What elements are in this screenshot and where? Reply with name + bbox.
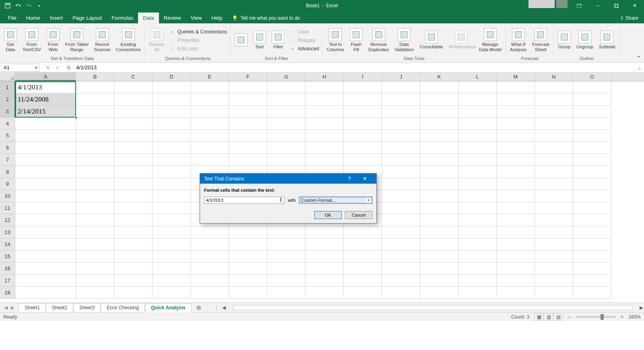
cell-B8[interactable] <box>76 166 114 178</box>
cell-K16[interactable] <box>420 263 458 275</box>
ribbon-ungroup[interactable]: Ungroup <box>574 30 596 50</box>
ribbon-get-data[interactable]: GetData <box>2 27 19 53</box>
cell-N14[interactable] <box>535 238 573 251</box>
cell-G2[interactable] <box>267 93 305 106</box>
cell-E13[interactable] <box>191 226 229 238</box>
cell-C13[interactable] <box>114 226 153 238</box>
cell-M1[interactable] <box>497 81 535 93</box>
formula-input[interactable]: 4/1/2013 <box>73 64 635 70</box>
cell-K8[interactable] <box>420 166 458 178</box>
dialog-title-bar[interactable]: Text That Contains ? ✕ <box>200 174 376 184</box>
cell-J14[interactable] <box>382 238 420 251</box>
cell-K3[interactable] <box>420 106 458 118</box>
cell-G14[interactable] <box>267 238 305 251</box>
cell-N4[interactable] <box>535 118 573 130</box>
cell-C17[interactable] <box>114 275 153 287</box>
column-header-I[interactable]: I <box>344 72 382 81</box>
cell-M18[interactable] <box>497 287 535 299</box>
cell-J13[interactable] <box>382 226 420 238</box>
sheet-nav-prev-icon[interactable]: ◀ <box>4 305 8 311</box>
cell-A14[interactable] <box>15 238 76 251</box>
cell-K5[interactable] <box>420 130 458 142</box>
column-header-A[interactable]: A <box>15 72 76 81</box>
cell-M2[interactable] <box>497 93 535 106</box>
cell-J10[interactable] <box>382 190 420 202</box>
cell-J2[interactable] <box>382 93 420 106</box>
cell-F3[interactable] <box>229 106 267 118</box>
cell-H1[interactable] <box>305 81 344 93</box>
ribbon-edit-links[interactable]: ▫Edit Links <box>168 45 229 53</box>
cell-B12[interactable] <box>76 214 114 226</box>
cell-H17[interactable] <box>305 275 344 287</box>
cell-D12[interactable] <box>153 214 191 226</box>
cell-J9[interactable] <box>382 178 420 190</box>
cell-M12[interactable] <box>497 214 535 226</box>
cell-M16[interactable] <box>497 263 535 275</box>
ribbon-queries-connections[interactable]: ▫Queries & Connections <box>168 28 229 36</box>
zoom-out-icon[interactable]: − <box>568 314 571 320</box>
cell-L3[interactable] <box>458 106 497 118</box>
normal-view-icon[interactable]: ▦ <box>534 313 544 321</box>
cell-E3[interactable] <box>191 106 229 118</box>
cell-G5[interactable] <box>267 130 305 142</box>
sheet-tab-error-checking[interactable]: Error Checking <box>101 303 145 312</box>
cell-D14[interactable] <box>153 238 191 251</box>
cell-F6[interactable] <box>229 142 267 154</box>
cell-A11[interactable] <box>15 202 76 214</box>
cell-M17[interactable] <box>497 275 535 287</box>
cell-I4[interactable] <box>344 118 382 130</box>
cell-J18[interactable] <box>382 287 420 299</box>
cell-G18[interactable] <box>267 287 305 299</box>
cell-H18[interactable] <box>305 287 344 299</box>
cell-E7[interactable] <box>191 154 229 166</box>
name-box[interactable]: A1▾ <box>2 64 39 72</box>
cell-L14[interactable] <box>458 238 497 251</box>
cell-C11[interactable] <box>114 202 153 214</box>
row-header-2[interactable]: 2 <box>0 93 15 106</box>
cell-C16[interactable] <box>114 263 153 275</box>
row-header-8[interactable]: 8 <box>0 166 15 178</box>
ribbon-from-table-range[interactable]: From Table/Range <box>63 27 91 53</box>
cell-L16[interactable] <box>458 263 497 275</box>
dialog-help-icon[interactable]: ? <box>342 176 357 182</box>
page-break-view-icon[interactable]: ▤ <box>553 313 563 321</box>
tab-page-layout[interactable]: Page Layout <box>68 12 107 23</box>
ribbon-refresh-all[interactable]: RefreshAll <box>147 27 167 53</box>
tab-file[interactable]: File <box>3 12 21 23</box>
cell-O8[interactable] <box>573 166 611 178</box>
cell-J8[interactable] <box>382 166 420 178</box>
cell-N8[interactable] <box>535 166 573 178</box>
cell-O13[interactable] <box>573 226 611 238</box>
cell-H6[interactable] <box>305 142 344 154</box>
row-header-16[interactable]: 16 <box>0 263 15 275</box>
cell-B4[interactable] <box>76 118 114 130</box>
tab-formulas[interactable]: Formulas <box>107 12 138 23</box>
column-header-O[interactable]: O <box>573 72 611 81</box>
cell-A8[interactable] <box>15 166 76 178</box>
cell-C7[interactable] <box>114 154 153 166</box>
cell-I3[interactable] <box>344 106 382 118</box>
cell-O3[interactable] <box>573 106 611 118</box>
ribbon-existing-connections[interactable]: ExistingConnections <box>114 27 143 53</box>
cancel-formula-icon[interactable]: ✕ <box>43 65 52 70</box>
ribbon-consolidate[interactable]: Consolidate <box>417 30 446 50</box>
hscroll-right-icon[interactable]: ▶ <box>638 305 644 311</box>
cell-J15[interactable] <box>382 251 420 263</box>
cell-I15[interactable] <box>344 251 382 263</box>
cell-I16[interactable] <box>344 263 382 275</box>
column-header-H[interactable]: H <box>305 72 344 81</box>
ribbon-sort-az[interactable] <box>232 33 250 48</box>
cell-K12[interactable] <box>420 214 458 226</box>
cell-C3[interactable] <box>114 106 153 118</box>
ribbon-what-if-analysis[interactable]: What-IfAnalysis <box>508 27 529 53</box>
column-header-M[interactable]: M <box>497 72 535 81</box>
cell-N11[interactable] <box>535 202 573 214</box>
dialog-close-icon[interactable]: ✕ <box>357 176 372 182</box>
cell-D7[interactable] <box>153 154 191 166</box>
ribbon-reapply[interactable]: ▫Reapply <box>288 36 320 44</box>
ribbon-forecast-sheet[interactable]: ForecastSheet <box>530 27 552 53</box>
cell-B15[interactable] <box>76 251 114 263</box>
cell-O10[interactable] <box>573 190 611 202</box>
cell-G4[interactable] <box>267 118 305 130</box>
column-header-D[interactable]: D <box>153 72 191 81</box>
